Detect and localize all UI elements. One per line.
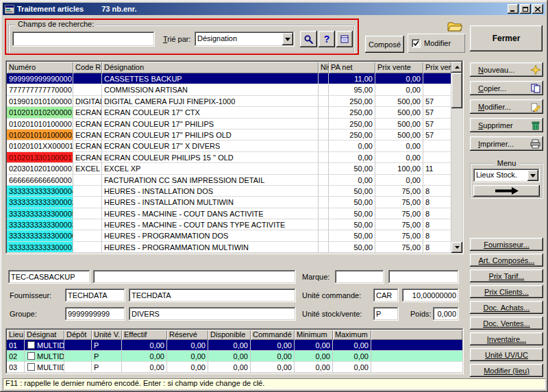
article-row[interactable]: 7777777777700001COMMISSION ARTISAN95,000… (7, 84, 451, 95)
row-checkbox[interactable] (27, 363, 35, 371)
maximize-icon (523, 7, 528, 12)
column-header[interactable]: Code R (73, 62, 102, 73)
delete-button[interactable]: Supprimer (470, 118, 543, 132)
stock-row[interactable]: 03MULTIIDP0,000,000,000,000,000,00 (7, 362, 462, 373)
column-header[interactable]: Minimum (295, 330, 333, 340)
unite-commande-input[interactable] (373, 289, 399, 302)
composed-articles-button[interactable]: Art. Composés... (470, 254, 543, 267)
articles-header: NuméroCode RDésignationNivPA netPrix ven… (7, 62, 451, 73)
article-row[interactable]: 3333333333300005HEURES - MACHINE - COUT … (7, 208, 451, 219)
scroll-thumb[interactable] (451, 73, 462, 108)
article-row[interactable]: 01020101XX00001ECRANECRAN COULEUR 17'' X… (7, 140, 451, 151)
price-tariff-button[interactable]: Prix Tarif... (470, 269, 543, 282)
column-header[interactable]: Prix vente (375, 62, 423, 73)
new-button[interactable]: Nouveau... (470, 62, 543, 77)
poids-input[interactable] (433, 307, 459, 321)
column-header[interactable]: Numéro (7, 62, 73, 73)
combo-dropdown-button[interactable] (527, 170, 538, 181)
fournisseur-code-input[interactable] (65, 289, 125, 302)
cell-designation: MULTIID (25, 362, 64, 373)
article-row[interactable]: 3333333333300003HEURES - MACHINE - COUT … (7, 219, 451, 230)
article-row[interactable]: 0203010201000001EXCELEXCEL XP50,00100,00… (7, 163, 451, 174)
client-prices-button[interactable]: Prix Clients... (470, 285, 543, 298)
cell-pa_net: 95,00 (329, 84, 375, 95)
supplier-button[interactable]: Fournisseur... (470, 238, 543, 251)
article-row[interactable]: 0102010102000001ECRANECRAN COULEUR 17'' … (7, 107, 451, 118)
column-header[interactable]: Unité V. (92, 330, 122, 340)
scroll-down-button[interactable] (451, 242, 462, 253)
unite-commande-qty-input[interactable] (402, 289, 459, 302)
close-button[interactable] (532, 4, 543, 14)
reference-input[interactable] (8, 270, 90, 284)
scroll-up-button[interactable] (451, 62, 462, 73)
unite-stock-input[interactable] (373, 307, 399, 321)
cell-designation: MULTID (25, 351, 64, 362)
cell-niv (319, 73, 329, 84)
vertical-scrollbar[interactable] (451, 62, 462, 253)
article-row[interactable]: 6666666666600001FACTURATION CC SAN IMPRE… (7, 175, 451, 186)
designation-input[interactable] (93, 270, 296, 284)
minimize-button[interactable] (508, 4, 519, 14)
column-header[interactable]: PA net (329, 62, 375, 73)
search-input[interactable] (12, 32, 155, 47)
cell-code: ECRAN (73, 140, 102, 151)
article-row[interactable]: 3333333333300002HEURES - INSTALLATION MU… (7, 197, 451, 208)
column-header[interactable]: Désignat (25, 330, 64, 340)
close-form-button[interactable]: Fermer (470, 25, 543, 51)
column-header[interactable]: Effectif (122, 330, 167, 340)
advanced-search-button[interactable] (300, 31, 317, 47)
article-row[interactable]: 9999999999900001CASSETTES BACKUP11,000,0… (7, 73, 451, 84)
print-button[interactable]: Imprimer... (470, 136, 543, 151)
column-header[interactable]: Dépôt (64, 330, 92, 340)
marque-input-2[interactable] (388, 270, 459, 284)
groupe-name-input[interactable] (129, 307, 296, 321)
column-header[interactable]: Maximum (333, 330, 371, 340)
fournisseur-name-input[interactable] (129, 289, 296, 302)
stock-grid-body: 01MULTIDP0,000,000,000,000,000,0002MULTI… (7, 340, 462, 373)
cell-commande: 0,00 (251, 362, 295, 373)
help-button[interactable]: ? (319, 31, 335, 47)
column-header[interactable]: Prix ven (423, 62, 451, 73)
article-row[interactable]: 0102013301000017ECRANECRAN COULEUR PHILI… (7, 152, 451, 163)
cell-pa_net: 250,00 (329, 130, 375, 140)
cell-code (73, 84, 102, 95)
column-header[interactable]: Niv (319, 62, 329, 73)
sales-docs-button[interactable]: Doc. Ventes... (470, 317, 543, 330)
purchase-docs-button[interactable]: Doc. Achats... (470, 301, 543, 314)
article-row[interactable]: 0102010101000001ECRANECRAN COULEUR 17'' … (7, 119, 451, 130)
app-icon (5, 5, 14, 14)
index-card-button[interactable] (336, 31, 353, 47)
combo-dropdown-button[interactable] (282, 33, 293, 45)
cell-pa_net: 50,00 (329, 242, 375, 253)
article-row[interactable]: 0199010101000001DIGITALDIGITAL CAMERA FU… (7, 96, 451, 107)
row-checkbox[interactable] (27, 352, 35, 360)
column-header[interactable]: Disponible (208, 330, 251, 340)
cell-niv (319, 96, 329, 107)
help-icon: ? (324, 34, 330, 45)
article-row[interactable]: 0102010101000002ECRANECRAN COULEUR 17'' … (7, 130, 451, 140)
stock-row[interactable]: 01MULTIDP0,000,000,000,000,000,00 (7, 340, 462, 351)
maximize-button[interactable] (520, 4, 531, 14)
article-row[interactable]: 3333333333300001HEURES - PROGRAMMATION M… (7, 242, 451, 253)
column-header[interactable]: Désignation (102, 62, 319, 73)
modify-checkbox[interactable] (412, 39, 421, 48)
column-header[interactable]: Réservé (167, 330, 208, 340)
stock-row[interactable]: 02MULTIDP0,000,000,000,000,000,00 (7, 351, 462, 362)
modify-location-button[interactable]: Modifier (lieu) (470, 364, 543, 377)
compose-button[interactable]: Composé (365, 36, 404, 53)
inventory-button[interactable]: Inventaire... (470, 332, 543, 345)
marque-input-1[interactable] (335, 270, 384, 284)
location-combobox[interactable]: Lieux Stock. (473, 169, 540, 182)
article-row[interactable]: 3333333333300004HEURES - INSTALLATION DO… (7, 186, 451, 197)
column-header[interactable]: Lieu (7, 330, 25, 340)
row-checkbox[interactable] (27, 341, 35, 349)
column-header[interactable]: Commandé (251, 330, 295, 340)
groupe-code-input[interactable] (65, 307, 125, 321)
copy-button[interactable]: Copier... (470, 81, 543, 95)
sort-combobox[interactable]: Désignation (195, 32, 295, 47)
edit-button[interactable]: Modifier... (470, 99, 543, 114)
unit-uvuc-button[interactable]: Unité UV/UC (470, 348, 543, 361)
folder-icon (447, 21, 462, 32)
go-button[interactable] (473, 185, 540, 197)
article-row[interactable]: 3333333333300000HEURES - PROGRAMMATION D… (7, 230, 451, 241)
